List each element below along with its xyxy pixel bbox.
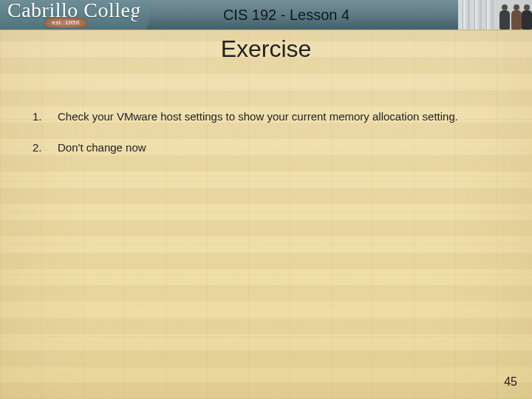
pillar-icon <box>486 0 494 30</box>
pillar-icon <box>463 0 471 30</box>
person-icon <box>499 10 510 30</box>
list-item-text: Check your VMware host settings to show … <box>58 103 488 130</box>
list-item-number: 1. <box>33 103 58 130</box>
slide: Cabrillo College est. 1959 CIS 192 - Les… <box>0 0 532 399</box>
list-item: 1. Check your VMware host settings to sh… <box>33 103 488 130</box>
person-icon <box>522 10 532 30</box>
list-item-text: Don't change now <box>58 134 488 161</box>
header-photo <box>458 0 532 30</box>
page-number: 45 <box>504 375 517 389</box>
pillar-icon <box>474 0 482 30</box>
header-title: CIS 192 - Lesson 4 <box>115 7 458 24</box>
exercise-list: 1. Check your VMware host settings to sh… <box>33 103 488 166</box>
list-item-number: 2. <box>33 134 58 161</box>
header-banner: Cabrillo College est. 1959 CIS 192 - Les… <box>0 0 532 30</box>
slide-title: Exercise <box>0 35 532 63</box>
list-item: 2. Don't change now <box>33 134 488 161</box>
college-logo: Cabrillo College est. 1959 <box>0 0 144 30</box>
person-icon <box>511 10 522 30</box>
logo-subtext: est. 1959 <box>44 18 87 28</box>
